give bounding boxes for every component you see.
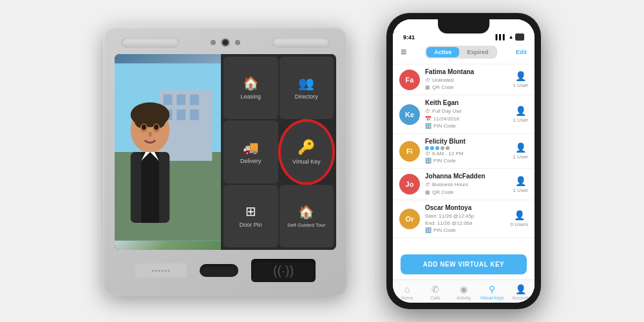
delivery-label: Delivery — [240, 158, 261, 165]
key-users-johanna: 👤 1 User — [513, 176, 528, 193]
svg-point-17 — [148, 131, 152, 137]
phone-notch — [438, 19, 489, 33]
edit-link[interactable]: Edit — [516, 49, 527, 55]
avatar-fatima: Fa — [399, 70, 420, 90]
key-item-oscar[interactable]: Or Oscar Montoya Start: 11/26 @12:45p En… — [393, 200, 535, 239]
menu-grid: 🏠 Leasing 👥 Directory 🚚 Delivery 🔑 Virtu… — [221, 54, 336, 250]
badge-reader: ((·)) — [251, 259, 316, 282]
key-item-johanna[interactable]: Jo Johanna McFadden ⏱ Business Hours ▦ Q… — [393, 169, 535, 200]
intercom-device: 🏠 Leasing 👥 Directory 🚚 Delivery 🔑 Virtu… — [103, 26, 348, 296]
nfc-icon: ((·)) — [273, 263, 294, 278]
activity-nav-label: Activity — [457, 296, 471, 300]
avatar-johanna: Jo — [399, 174, 420, 194]
key-users-oscar: 👤 0 Users — [510, 210, 528, 227]
home-nav-icon: ⌂ — [404, 284, 410, 294]
key-name-felicity: Felicity Blunt — [425, 138, 507, 145]
key-detail-keith-2: 📅 11/24/2018 — [425, 115, 507, 122]
key-detail-fatima-1: ⏱ Unlimited — [425, 77, 507, 84]
svg-rect-4 — [176, 95, 185, 106]
status-time: 9:41 — [403, 34, 415, 41]
nav-item-activity[interactable]: ◉ Activity — [450, 284, 478, 300]
clock-icon-felicity: ⏱ — [425, 150, 430, 157]
svg-point-16 — [154, 124, 158, 129]
menu-item-leasing[interactable]: 🏠 Leasing — [223, 57, 278, 119]
intercom-call-button[interactable] — [200, 264, 238, 277]
key-item-keith[interactable]: Ke Keith Egan ⏱ Full Day Use 📅 11/24/201… — [393, 95, 535, 134]
nav-item-calls[interactable]: ✆ Calls — [421, 284, 450, 300]
menu-item-virtual-key[interactable]: 🔑 Virtual Key — [279, 120, 334, 183]
signal-icon: ▌▌▌ — [495, 34, 506, 40]
bottom-nav: ⌂ Home ✆ Calls ◉ Activity ⚲ Virtual Keys… — [393, 279, 535, 303]
key-item-felicity[interactable]: Fi Felicity Blunt — [393, 134, 535, 169]
intercom-screen: 🏠 Leasing 👥 Directory 🚚 Delivery 🔑 Virtu… — [115, 54, 336, 250]
dot4 — [162, 270, 164, 272]
key-detail-keith-3: 🔢 PIN Code — [425, 122, 507, 129]
phone-device: 9:41 ▌▌▌ ▲ ▐ ≡ Active Expired Edit — [386, 13, 541, 309]
key-info-felicity: Felicity Blunt ⏱ 8 — [425, 138, 507, 164]
wifi-status-icon: ▲ — [508, 34, 513, 40]
dot5 — [165, 270, 167, 272]
pin-icon-keith: 🔢 — [425, 122, 431, 129]
menu-item-delivery[interactable]: 🚚 Delivery — [223, 120, 278, 183]
camera-lens — [221, 38, 230, 47]
tab-switcher: Active Expired — [425, 46, 497, 59]
intercom-light-left — [121, 37, 179, 48]
key-users-felicity: 👤 1 User — [513, 142, 528, 160]
key-users-fatima: 👤 1 User — [513, 71, 528, 88]
door-pin-label: Door Pin — [240, 222, 262, 229]
clock-icon-keith: ⏱ — [425, 108, 430, 115]
clock-icon: ⏱ — [425, 77, 430, 84]
virtual-key-icon: 🔑 — [298, 139, 315, 156]
avatar-oscar: Or — [399, 209, 420, 229]
battery-icon: ▐ — [515, 33, 524, 41]
self-guided-tour-label: Self Guided Tour — [287, 222, 325, 229]
intercom-dot-left — [211, 40, 216, 45]
leasing-label: Leasing — [241, 93, 261, 100]
nav-item-home[interactable]: ⌂ Home — [393, 284, 421, 300]
key-name-johanna: Johanna McFadden — [425, 173, 507, 180]
intercom-bottom: ((·)) — [115, 256, 336, 285]
menu-item-self-guided-tour[interactable]: 🏠 Self Guided Tour — [279, 185, 334, 247]
key-name-fatima: Fatima Montana — [425, 68, 507, 75]
key-detail-johanna-1: ⏱ Business Hours — [425, 181, 507, 188]
svg-rect-3 — [164, 95, 173, 106]
intercom-dot-right — [235, 40, 240, 45]
calls-nav-icon: ✆ — [431, 284, 439, 294]
app-header: ≡ Active Expired Edit — [393, 43, 535, 64]
key-detail-oscar-1: Start: 11/26 @12:45p — [425, 213, 505, 220]
hamburger-icon[interactable]: ≡ — [401, 46, 406, 58]
svg-rect-19 — [141, 152, 159, 223]
key-item-fatima[interactable]: Fa Fatima Montana ⏱ Unlimited ▦ QR Code — [393, 64, 535, 95]
account-nav-icon: 👤 — [515, 284, 526, 294]
scene: 🏠 Leasing 👥 Directory 🚚 Delivery 🔑 Virtu… — [0, 0, 644, 322]
leasing-icon: 🏠 — [243, 75, 259, 91]
tab-expired[interactable]: Expired — [459, 47, 496, 57]
add-key-button[interactable]: ADD NEW VIRTUAL KEY — [401, 254, 527, 274]
clock-icon-johanna: ⏱ — [425, 181, 430, 188]
key-list: Fa Fatima Montana ⏱ Unlimited ▦ QR Code — [393, 64, 535, 249]
qr-icon: ▦ — [425, 84, 430, 91]
home-nav-label: Home — [401, 296, 413, 300]
svg-rect-8 — [190, 109, 199, 120]
person-silhouette — [115, 54, 221, 250]
dot2 — [155, 270, 157, 272]
pin-icon-felicity: 🔢 — [425, 157, 431, 164]
nav-item-virtual-keys[interactable]: ⚲ Virtual Keys — [478, 284, 506, 300]
key-info-fatima: Fatima Montana ⏱ Unlimited ▦ QR Code — [425, 68, 507, 91]
tab-active[interactable]: Active — [426, 47, 459, 57]
menu-item-door-pin[interactable]: ⊞ Door Pin — [223, 185, 278, 247]
intercom-camera — [211, 38, 240, 47]
nav-item-account[interactable]: 👤 Account — [506, 284, 535, 300]
phone-screen: 9:41 ▌▌▌ ▲ ▐ ≡ Active Expired Edit — [393, 19, 535, 303]
key-detail-keith-1: ⏱ Full Day Use — [425, 108, 507, 115]
status-icons: ▌▌▌ ▲ ▐ — [495, 33, 524, 41]
user-icon-oscar: 👤 — [514, 210, 525, 220]
user-icon-felicity: 👤 — [515, 142, 526, 153]
dot3 — [158, 270, 160, 272]
calls-nav-label: Calls — [430, 296, 440, 300]
braille-strip — [135, 263, 187, 278]
key-detail-oscar-3: 🔢 PIN Code — [425, 227, 505, 234]
menu-item-directory[interactable]: 👥 Directory — [279, 57, 334, 119]
virtual-keys-nav-label: Virtual Keys — [480, 296, 504, 300]
user-icon-fatima: 👤 — [515, 71, 526, 81]
